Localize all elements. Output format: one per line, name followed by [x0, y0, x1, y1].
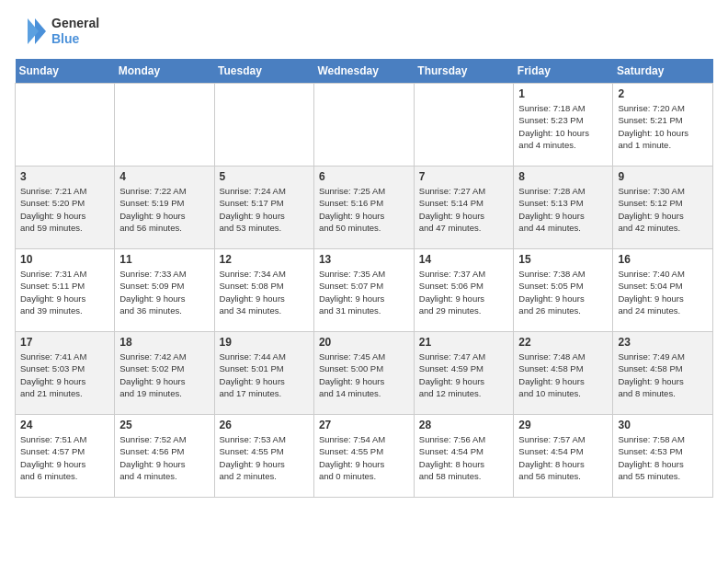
- day-cell: [313, 84, 414, 167]
- day-number: 20: [319, 336, 409, 349]
- day-number: 12: [220, 253, 309, 266]
- day-cell: 21Sunrise: 7:47 AM Sunset: 4:59 PM Dayli…: [414, 332, 514, 415]
- day-cell: 30Sunrise: 7:58 AM Sunset: 4:53 PM Dayli…: [613, 415, 713, 498]
- day-cell: 10Sunrise: 7:31 AM Sunset: 5:11 PM Dayli…: [16, 249, 115, 332]
- day-info: Sunrise: 7:21 AM Sunset: 5:20 PM Dayligh…: [20, 185, 109, 234]
- day-cell: 3Sunrise: 7:21 AM Sunset: 5:20 PM Daylig…: [16, 167, 115, 249]
- day-cell: 22Sunrise: 7:48 AM Sunset: 4:58 PM Dayli…: [514, 332, 613, 415]
- day-cell: 24Sunrise: 7:51 AM Sunset: 4:57 PM Dayli…: [16, 415, 115, 498]
- day-cell: 25Sunrise: 7:52 AM Sunset: 4:56 PM Dayli…: [115, 415, 214, 498]
- day-cell: 14Sunrise: 7:37 AM Sunset: 5:06 PM Dayli…: [414, 249, 514, 332]
- day-number: 8: [518, 170, 608, 183]
- day-cell: 9Sunrise: 7:30 AM Sunset: 5:12 PM Daylig…: [613, 167, 713, 249]
- day-number: 30: [618, 419, 708, 431]
- week-row-2: 3Sunrise: 7:21 AM Sunset: 5:20 PM Daylig…: [16, 167, 713, 249]
- day-number: 9: [618, 170, 708, 183]
- day-cell: 6Sunrise: 7:25 AM Sunset: 5:16 PM Daylig…: [313, 167, 414, 249]
- calendar: SundayMondayTuesdayWednesdayThursdayFrid…: [15, 59, 713, 498]
- day-info: Sunrise: 7:28 AM Sunset: 5:13 PM Dayligh…: [518, 185, 608, 234]
- day-number: 3: [20, 170, 109, 183]
- day-number: 13: [319, 253, 409, 266]
- day-cell: 27Sunrise: 7:54 AM Sunset: 4:55 PM Dayli…: [313, 415, 414, 498]
- day-cell: 13Sunrise: 7:35 AM Sunset: 5:07 PM Dayli…: [313, 249, 414, 332]
- day-info: Sunrise: 7:37 AM Sunset: 5:06 PM Dayligh…: [419, 268, 509, 316]
- day-cell: 4Sunrise: 7:22 AM Sunset: 5:19 PM Daylig…: [115, 167, 214, 249]
- weekday-header-row: SundayMondayTuesdayWednesdayThursdayFrid…: [16, 59, 713, 84]
- day-info: Sunrise: 7:30 AM Sunset: 5:12 PM Dayligh…: [618, 185, 708, 234]
- day-number: 29: [518, 419, 608, 431]
- logo-icon: [15, 15, 48, 48]
- day-info: Sunrise: 7:35 AM Sunset: 5:07 PM Dayligh…: [319, 268, 409, 316]
- day-info: Sunrise: 7:58 AM Sunset: 4:53 PM Dayligh…: [618, 433, 708, 482]
- day-number: 26: [220, 419, 309, 431]
- day-info: Sunrise: 7:57 AM Sunset: 4:54 PM Dayligh…: [518, 433, 608, 482]
- day-info: Sunrise: 7:45 AM Sunset: 5:00 PM Dayligh…: [319, 350, 409, 399]
- day-number: 22: [518, 336, 608, 349]
- day-info: Sunrise: 7:42 AM Sunset: 5:02 PM Dayligh…: [119, 350, 209, 399]
- day-number: 1: [518, 87, 608, 100]
- day-cell: 23Sunrise: 7:49 AM Sunset: 4:58 PM Dayli…: [613, 332, 713, 415]
- day-cell: 20Sunrise: 7:45 AM Sunset: 5:00 PM Dayli…: [313, 332, 414, 415]
- day-info: Sunrise: 7:41 AM Sunset: 5:03 PM Dayligh…: [20, 350, 109, 399]
- day-cell: 29Sunrise: 7:57 AM Sunset: 4:54 PM Dayli…: [514, 415, 613, 498]
- day-info: Sunrise: 7:27 AM Sunset: 5:14 PM Dayligh…: [419, 185, 509, 234]
- day-info: Sunrise: 7:48 AM Sunset: 4:58 PM Dayligh…: [518, 350, 608, 399]
- day-number: 19: [220, 336, 309, 349]
- day-number: 5: [220, 170, 309, 183]
- day-info: Sunrise: 7:52 AM Sunset: 4:56 PM Dayligh…: [119, 433, 209, 482]
- week-row-5: 24Sunrise: 7:51 AM Sunset: 4:57 PM Dayli…: [16, 415, 713, 498]
- day-cell: 15Sunrise: 7:38 AM Sunset: 5:05 PM Dayli…: [514, 249, 613, 332]
- header: General Blue: [15, 15, 713, 48]
- day-info: Sunrise: 7:53 AM Sunset: 4:55 PM Dayligh…: [220, 433, 309, 482]
- day-cell: 11Sunrise: 7:33 AM Sunset: 5:09 PM Dayli…: [115, 249, 214, 332]
- day-cell: 1Sunrise: 7:18 AM Sunset: 5:23 PM Daylig…: [514, 84, 613, 167]
- day-info: Sunrise: 7:38 AM Sunset: 5:05 PM Dayligh…: [518, 268, 608, 316]
- weekday-header-friday: Friday: [514, 59, 613, 84]
- day-number: 10: [20, 253, 109, 266]
- day-cell: 8Sunrise: 7:28 AM Sunset: 5:13 PM Daylig…: [514, 167, 613, 249]
- day-cell: [214, 84, 313, 167]
- day-info: Sunrise: 7:24 AM Sunset: 5:17 PM Dayligh…: [220, 185, 309, 234]
- day-cell: 19Sunrise: 7:44 AM Sunset: 5:01 PM Dayli…: [214, 332, 313, 415]
- day-info: Sunrise: 7:31 AM Sunset: 5:11 PM Dayligh…: [20, 268, 109, 316]
- logo: General Blue: [15, 15, 99, 48]
- day-number: 6: [319, 170, 409, 183]
- week-row-1: 1Sunrise: 7:18 AM Sunset: 5:23 PM Daylig…: [16, 84, 713, 167]
- weekday-header-sunday: Sunday: [16, 59, 115, 84]
- day-cell: [115, 84, 214, 167]
- day-cell: 18Sunrise: 7:42 AM Sunset: 5:02 PM Dayli…: [115, 332, 214, 415]
- day-number: 14: [419, 253, 509, 266]
- day-number: 23: [618, 336, 708, 349]
- day-info: Sunrise: 7:34 AM Sunset: 5:08 PM Dayligh…: [220, 268, 309, 316]
- day-info: Sunrise: 7:25 AM Sunset: 5:16 PM Dayligh…: [319, 185, 409, 234]
- day-info: Sunrise: 7:54 AM Sunset: 4:55 PM Dayligh…: [319, 433, 409, 482]
- day-cell: 12Sunrise: 7:34 AM Sunset: 5:08 PM Dayli…: [214, 249, 313, 332]
- day-info: Sunrise: 7:20 AM Sunset: 5:21 PM Dayligh…: [618, 102, 708, 151]
- weekday-header-thursday: Thursday: [414, 59, 514, 84]
- weekday-header-tuesday: Tuesday: [214, 59, 313, 84]
- day-cell: 17Sunrise: 7:41 AM Sunset: 5:03 PM Dayli…: [16, 332, 115, 415]
- day-info: Sunrise: 7:22 AM Sunset: 5:19 PM Dayligh…: [119, 185, 209, 234]
- weekday-header-saturday: Saturday: [613, 59, 713, 84]
- day-cell: 16Sunrise: 7:40 AM Sunset: 5:04 PM Dayli…: [613, 249, 713, 332]
- weekday-header-wednesday: Wednesday: [313, 59, 414, 84]
- day-info: Sunrise: 7:56 AM Sunset: 4:54 PM Dayligh…: [419, 433, 509, 482]
- day-info: Sunrise: 7:49 AM Sunset: 4:58 PM Dayligh…: [618, 350, 708, 399]
- day-cell: 26Sunrise: 7:53 AM Sunset: 4:55 PM Dayli…: [214, 415, 313, 498]
- day-number: 4: [119, 170, 209, 183]
- day-cell: 2Sunrise: 7:20 AM Sunset: 5:21 PM Daylig…: [613, 84, 713, 167]
- day-info: Sunrise: 7:51 AM Sunset: 4:57 PM Dayligh…: [20, 433, 109, 482]
- day-number: 24: [20, 419, 109, 431]
- day-number: 27: [319, 419, 409, 431]
- day-cell: [16, 84, 115, 167]
- day-cell: 5Sunrise: 7:24 AM Sunset: 5:17 PM Daylig…: [214, 167, 313, 249]
- day-number: 16: [618, 253, 708, 266]
- weekday-header-monday: Monday: [115, 59, 214, 84]
- day-info: Sunrise: 7:33 AM Sunset: 5:09 PM Dayligh…: [119, 268, 209, 316]
- day-cell: 7Sunrise: 7:27 AM Sunset: 5:14 PM Daylig…: [414, 167, 514, 249]
- day-info: Sunrise: 7:18 AM Sunset: 5:23 PM Dayligh…: [518, 102, 608, 151]
- week-row-3: 10Sunrise: 7:31 AM Sunset: 5:11 PM Dayli…: [16, 249, 713, 332]
- day-number: 11: [119, 253, 209, 266]
- day-info: Sunrise: 7:47 AM Sunset: 4:59 PM Dayligh…: [419, 350, 509, 399]
- day-number: 21: [419, 336, 509, 349]
